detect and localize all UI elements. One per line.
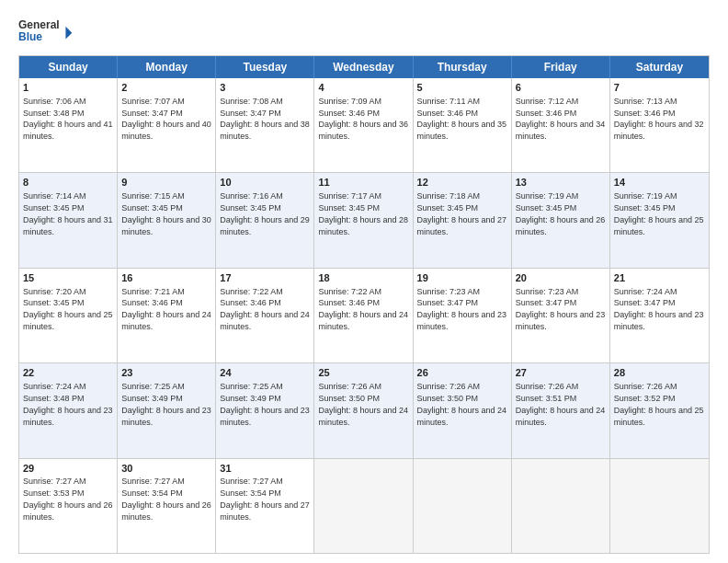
day-number: 22 xyxy=(23,366,113,380)
calendar-row-4: 22 Sunrise: 7:24 AMSunset: 3:48 PMDaylig… xyxy=(19,363,709,458)
calendar-row-5: 29 Sunrise: 7:27 AMSunset: 3:53 PMDaylig… xyxy=(19,459,709,553)
day-info: Sunrise: 7:18 AMSunset: 3:45 PMDaylight:… xyxy=(417,191,507,236)
day-number: 29 xyxy=(23,462,113,476)
day-info: Sunrise: 7:23 AMSunset: 3:47 PMDaylight:… xyxy=(417,287,507,331)
day-info: Sunrise: 7:21 AMSunset: 3:46 PMDaylight:… xyxy=(121,287,211,331)
day-cell-empty xyxy=(314,459,413,553)
logo-svg: General Blue xyxy=(18,15,74,48)
page: General Blue SundayMondayTuesdayWednesda… xyxy=(0,0,728,563)
day-cell-empty xyxy=(414,459,512,553)
svg-text:General: General xyxy=(18,18,60,31)
day-info: Sunrise: 7:14 AMSunset: 3:45 PMDaylight:… xyxy=(23,191,113,236)
day-cell-10: 10 Sunrise: 7:16 AMSunset: 3:45 PMDaylig… xyxy=(216,173,314,267)
day-cell-5: 5 Sunrise: 7:11 AMSunset: 3:46 PMDayligh… xyxy=(414,78,512,172)
day-info: Sunrise: 7:26 AMSunset: 3:50 PMDaylight:… xyxy=(318,382,408,426)
weekday-header-thursday: Thursday xyxy=(414,56,512,78)
day-info: Sunrise: 7:20 AMSunset: 3:45 PMDaylight:… xyxy=(23,287,113,331)
day-info: Sunrise: 7:12 AMSunset: 3:46 PMDaylight:… xyxy=(516,97,606,141)
day-number: 18 xyxy=(318,271,408,285)
day-info: Sunrise: 7:11 AMSunset: 3:46 PMDaylight:… xyxy=(417,97,507,141)
day-number: 13 xyxy=(516,176,606,190)
day-number: 15 xyxy=(23,271,113,285)
day-info: Sunrise: 7:19 AMSunset: 3:45 PMDaylight:… xyxy=(614,191,704,236)
day-cell-empty xyxy=(512,459,610,553)
calendar-row-3: 15 Sunrise: 7:20 AMSunset: 3:45 PMDaylig… xyxy=(19,269,709,363)
day-info: Sunrise: 7:24 AMSunset: 3:47 PMDaylight:… xyxy=(614,287,704,331)
day-number: 4 xyxy=(318,81,408,95)
day-number: 25 xyxy=(318,366,408,380)
day-cell-29: 29 Sunrise: 7:27 AMSunset: 3:53 PMDaylig… xyxy=(19,459,118,553)
weekday-header-monday: Monday xyxy=(118,56,216,78)
day-info: Sunrise: 7:27 AMSunset: 3:54 PMDaylight:… xyxy=(121,477,211,521)
day-info: Sunrise: 7:26 AMSunset: 3:50 PMDaylight:… xyxy=(417,382,507,426)
day-info: Sunrise: 7:13 AMSunset: 3:46 PMDaylight:… xyxy=(614,97,704,141)
day-cell-12: 12 Sunrise: 7:18 AMSunset: 3:45 PMDaylig… xyxy=(414,173,512,267)
day-info: Sunrise: 7:07 AMSunset: 3:47 PMDaylight:… xyxy=(121,97,211,141)
day-number: 3 xyxy=(220,81,310,95)
day-number: 12 xyxy=(417,176,507,190)
day-number: 20 xyxy=(516,271,606,285)
day-info: Sunrise: 7:23 AMSunset: 3:47 PMDaylight:… xyxy=(516,287,606,331)
day-number: 23 xyxy=(121,366,211,380)
day-cell-16: 16 Sunrise: 7:21 AMSunset: 3:46 PMDaylig… xyxy=(118,269,216,362)
calendar-header-row: SundayMondayTuesdayWednesdayThursdayFrid… xyxy=(19,56,709,78)
day-cell-4: 4 Sunrise: 7:09 AMSunset: 3:46 PMDayligh… xyxy=(314,78,413,172)
day-info: Sunrise: 7:27 AMSunset: 3:54 PMDaylight:… xyxy=(220,477,310,521)
day-number: 5 xyxy=(417,81,507,95)
day-cell-21: 21 Sunrise: 7:24 AMSunset: 3:47 PMDaylig… xyxy=(610,269,709,362)
day-number: 14 xyxy=(614,176,705,190)
day-number: 19 xyxy=(417,271,507,285)
day-info: Sunrise: 7:22 AMSunset: 3:46 PMDaylight:… xyxy=(220,287,310,331)
day-cell-28: 28 Sunrise: 7:26 AMSunset: 3:52 PMDaylig… xyxy=(610,363,709,457)
day-cell-7: 7 Sunrise: 7:13 AMSunset: 3:46 PMDayligh… xyxy=(610,78,709,172)
day-info: Sunrise: 7:06 AMSunset: 3:48 PMDaylight:… xyxy=(23,97,113,141)
day-number: 11 xyxy=(318,176,408,190)
day-cell-19: 19 Sunrise: 7:23 AMSunset: 3:47 PMDaylig… xyxy=(414,269,512,362)
day-cell-2: 2 Sunrise: 7:07 AMSunset: 3:47 PMDayligh… xyxy=(118,78,216,172)
day-number: 27 xyxy=(516,366,606,380)
weekday-header-wednesday: Wednesday xyxy=(314,56,413,78)
day-cell-17: 17 Sunrise: 7:22 AMSunset: 3:46 PMDaylig… xyxy=(216,269,314,362)
day-info: Sunrise: 7:22 AMSunset: 3:46 PMDaylight:… xyxy=(318,287,408,331)
calendar-row-2: 8 Sunrise: 7:14 AMSunset: 3:45 PMDayligh… xyxy=(19,173,709,268)
day-cell-9: 9 Sunrise: 7:15 AMSunset: 3:45 PMDayligh… xyxy=(118,173,216,267)
day-info: Sunrise: 7:15 AMSunset: 3:45 PMDaylight:… xyxy=(121,191,211,236)
day-number: 6 xyxy=(516,81,606,95)
day-cell-27: 27 Sunrise: 7:26 AMSunset: 3:51 PMDaylig… xyxy=(512,363,610,457)
day-number: 24 xyxy=(220,366,310,380)
weekday-header-sunday: Sunday xyxy=(19,56,118,78)
day-number: 28 xyxy=(614,366,705,380)
day-cell-25: 25 Sunrise: 7:26 AMSunset: 3:50 PMDaylig… xyxy=(314,363,413,457)
day-cell-22: 22 Sunrise: 7:24 AMSunset: 3:48 PMDaylig… xyxy=(19,363,118,457)
day-info: Sunrise: 7:26 AMSunset: 3:52 PMDaylight:… xyxy=(614,382,704,426)
calendar-row-1: 1 Sunrise: 7:06 AMSunset: 3:48 PMDayligh… xyxy=(19,78,709,173)
day-info: Sunrise: 7:25 AMSunset: 3:49 PMDaylight:… xyxy=(220,382,310,426)
day-cell-empty xyxy=(610,459,709,553)
day-info: Sunrise: 7:19 AMSunset: 3:45 PMDaylight:… xyxy=(516,191,606,236)
day-number: 9 xyxy=(121,176,211,190)
svg-text:Blue: Blue xyxy=(18,30,42,43)
day-number: 17 xyxy=(220,271,310,285)
day-number: 26 xyxy=(417,366,507,380)
day-info: Sunrise: 7:17 AMSunset: 3:45 PMDaylight:… xyxy=(318,191,408,236)
weekday-header-friday: Friday xyxy=(512,56,610,78)
day-number: 2 xyxy=(121,81,211,95)
day-cell-31: 31 Sunrise: 7:27 AMSunset: 3:54 PMDaylig… xyxy=(216,459,314,553)
day-info: Sunrise: 7:24 AMSunset: 3:48 PMDaylight:… xyxy=(23,382,113,426)
weekday-header-saturday: Saturday xyxy=(610,56,709,78)
day-info: Sunrise: 7:08 AMSunset: 3:47 PMDaylight:… xyxy=(220,97,310,141)
day-cell-8: 8 Sunrise: 7:14 AMSunset: 3:45 PMDayligh… xyxy=(19,173,118,267)
day-cell-20: 20 Sunrise: 7:23 AMSunset: 3:47 PMDaylig… xyxy=(512,269,610,362)
calendar: SundayMondayTuesdayWednesdayThursdayFrid… xyxy=(18,55,710,554)
day-number: 8 xyxy=(23,176,113,190)
day-cell-24: 24 Sunrise: 7:25 AMSunset: 3:49 PMDaylig… xyxy=(216,363,314,457)
day-number: 7 xyxy=(614,81,705,95)
day-info: Sunrise: 7:16 AMSunset: 3:45 PMDaylight:… xyxy=(220,191,310,236)
day-number: 1 xyxy=(23,81,113,95)
day-info: Sunrise: 7:26 AMSunset: 3:51 PMDaylight:… xyxy=(516,382,606,426)
calendar-body: 1 Sunrise: 7:06 AMSunset: 3:48 PMDayligh… xyxy=(19,78,709,553)
day-cell-1: 1 Sunrise: 7:06 AMSunset: 3:48 PMDayligh… xyxy=(19,78,118,172)
header: General Blue xyxy=(18,15,710,48)
day-cell-6: 6 Sunrise: 7:12 AMSunset: 3:46 PMDayligh… xyxy=(512,78,610,172)
day-number: 10 xyxy=(220,176,310,190)
